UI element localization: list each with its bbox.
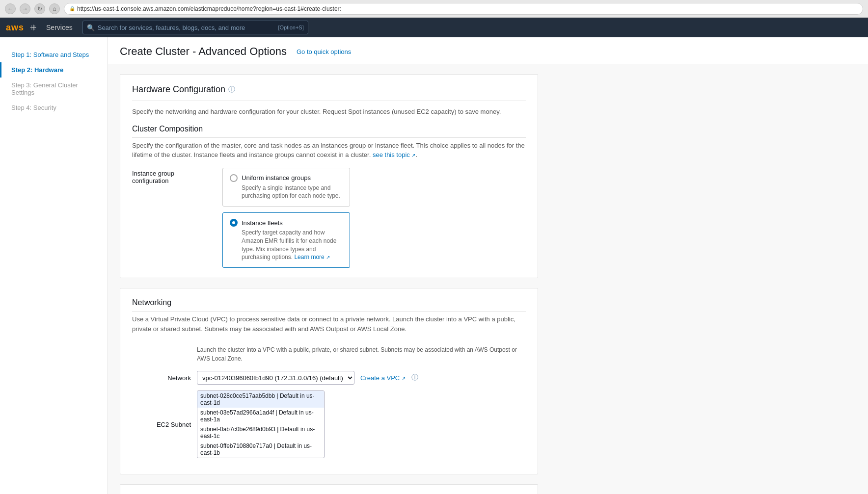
forward-button[interactable]: → — [20, 3, 30, 14]
learn-more-ext-icon: ↗ — [326, 255, 330, 260]
subnet-listbox[interactable]: subnet-028c0ce517aab5dbb | Default in us… — [197, 390, 325, 458]
ec2-subnet-label: EC2 Subnet — [132, 421, 191, 428]
uniform-radio-label: Uniform instance groups — [242, 174, 311, 182]
home-button[interactable]: ⌂ — [49, 3, 60, 14]
uniform-radio-desc: Specify a single instance type and purch… — [230, 184, 343, 201]
go-to-quick-options-link[interactable]: Go to quick options — [297, 48, 351, 55]
page-title: Create Cluster - Advanced Options — [120, 45, 287, 58]
hardware-config-section: Hardware Configuration ⓘ Specify the net… — [120, 74, 538, 278]
page-header: Create Cluster - Advanced Options Go to … — [108, 37, 868, 64]
search-input[interactable] — [98, 24, 275, 31]
create-vpc-ext-icon: ↗ — [402, 376, 406, 381]
hardware-config-title: Hardware Configuration ⓘ — [132, 84, 526, 95]
network-field-row: Network vpc-01240396060fb1d90 (172.31.0.… — [132, 371, 526, 385]
aws-logo: aws — [6, 23, 24, 33]
search-bar[interactable]: 🔍 [Option+S] — [82, 21, 308, 34]
network-info-box: Launch the cluster into a VPC with a pub… — [197, 341, 526, 367]
url-text: https://us-east-1.console.aws.amazon.com… — [77, 5, 858, 12]
uniform-radio-header: Uniform instance groups — [230, 174, 343, 182]
refresh-button[interactable]: ↻ — [34, 3, 45, 14]
sidebar-item-step2[interactable]: Step 2: Hardware — [0, 62, 108, 78]
content-inner: Hardware Configuration ⓘ Specify the net… — [108, 64, 550, 494]
sidebar-item-step4: Step 4: Security — [0, 100, 108, 115]
subnet-option-2[interactable]: subnet-03e57ad2966a1ad4f | Default in us… — [197, 408, 324, 424]
cluster-composition-subsection: Cluster Composition Specify the configur… — [132, 125, 526, 268]
networking-title: Networking — [132, 298, 526, 312]
fleets-radio-desc: Specify target capacity and how Amazon E… — [230, 229, 343, 261]
page-content: Create Cluster - Advanced Options Go to … — [108, 37, 868, 494]
subnet-option-1[interactable]: subnet-028c0ce517aab5dbb | Default in us… — [197, 391, 324, 408]
services-nav-link[interactable]: Services — [42, 24, 77, 31]
hardware-config-info-icon[interactable]: ⓘ — [228, 85, 235, 94]
subnet-option-4[interactable]: subnet-0ffeb710880e717a0 | Default in us… — [197, 441, 324, 458]
services-grid-icon[interactable]: ⁜ — [30, 23, 36, 32]
fleets-radio-label: Instance fleets — [242, 219, 283, 227]
allocation-strategy-section: Allocation Strategy The allocation strat… — [120, 484, 538, 494]
search-shortcut: [Option+S] — [278, 25, 303, 30]
sidebar-item-step1[interactable]: Step 1: Software and Steps — [0, 47, 108, 62]
uniform-instance-groups-card[interactable]: Uniform instance groups Specify a single… — [222, 168, 350, 207]
instance-fleets-learn-more-link[interactable]: Learn more ↗ — [294, 254, 330, 260]
search-icon: 🔍 — [87, 24, 95, 31]
browser-bar: ← → ↻ ⌂ 🔒 https://us-east-1.console.aws.… — [0, 0, 868, 18]
cluster-composition-desc: Specify the configuration of the master,… — [132, 141, 526, 160]
ec2-subnet-field-row: EC2 Subnet subnet-028c0ce517aab5dbb | De… — [132, 390, 526, 458]
aws-navbar: aws ⁜ Services 🔍 [Option+S] — [0, 18, 868, 37]
see-topic-link[interactable]: see this topic ↗ — [373, 151, 416, 158]
networking-desc: Use a Virtual Private Cloud (VPC) to pro… — [132, 314, 526, 334]
external-link-icon: ↗ — [411, 153, 415, 158]
radio-options-container: Uniform instance groups Specify a single… — [222, 168, 350, 268]
uniform-radio-button[interactable] — [230, 174, 238, 182]
network-info-icon[interactable]: ⓘ — [411, 373, 418, 382]
url-bar[interactable]: 🔒 https://us-east-1.console.aws.amazon.c… — [64, 3, 863, 15]
instance-config-label: Instance group configuration — [132, 168, 211, 184]
sidebar: Step 1: Software and Steps Step 2: Hardw… — [0, 37, 108, 494]
lock-icon: 🔒 — [69, 6, 75, 11]
main-layout: Step 1: Software and Steps Step 2: Hardw… — [0, 37, 868, 494]
instance-config-row: Instance group configuration Uniform ins… — [132, 168, 526, 268]
cluster-composition-title: Cluster Composition — [132, 125, 526, 138]
subnet-option-3[interactable]: subnet-0ab7c0be2689d0b93 | Default in us… — [197, 424, 324, 441]
back-button[interactable]: ← — [5, 3, 16, 14]
fleets-radio-header: Instance fleets — [230, 219, 343, 227]
network-select[interactable]: vpc-01240396060fb1d90 (172.31.0.0/16) (d… — [197, 371, 354, 385]
networking-section: Networking Use a Virtual Private Cloud (… — [120, 288, 538, 474]
fleets-radio-button[interactable] — [230, 219, 238, 227]
create-vpc-link[interactable]: Create a VPC ↗ — [360, 374, 406, 382]
sidebar-item-step3: Step 3: General Cluster Settings — [0, 78, 108, 100]
network-label: Network — [132, 374, 191, 382]
instance-fleets-card[interactable]: Instance fleets Specify target capacity … — [222, 212, 350, 268]
hardware-config-desc: Specify the networking and hardware conf… — [132, 107, 526, 117]
